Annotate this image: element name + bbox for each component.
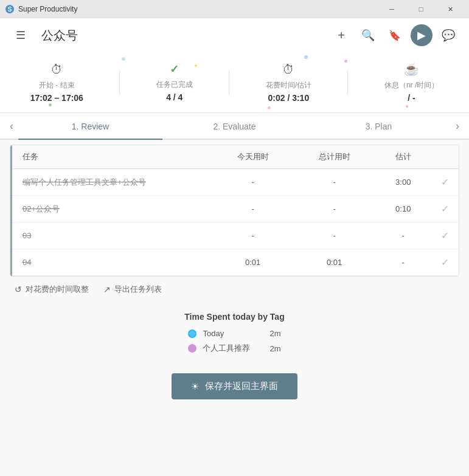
tab-evaluate[interactable]: 2. Evaluate (162, 113, 307, 139)
svg-text:S: S (8, 6, 12, 13)
col-done (431, 145, 459, 169)
stat-time-range-label: 开始 - 结束 (39, 80, 75, 91)
search-button[interactable]: 🔍 (357, 24, 379, 46)
chat-button[interactable]: 💬 (437, 24, 459, 46)
stat-break-value: / - (408, 93, 415, 103)
bookmark-button[interactable]: 🔖 (384, 24, 406, 46)
task-done-cell: ✓ (431, 196, 459, 222)
col-today: 今天用时 (212, 145, 294, 169)
task-name: 03 (23, 231, 31, 240)
play-icon: ▶ (417, 29, 426, 42)
hamburger-icon: ☰ (16, 29, 26, 42)
tab-next-button[interactable]: › (451, 115, 464, 137)
timer-icon: ⏱ (282, 63, 294, 77)
task-estimate: 3:00 (375, 169, 431, 196)
task-today-time: - (212, 196, 294, 222)
stat-divider-3 (347, 71, 348, 95)
task-name-cell: 编写个人任务管理工具文章+公众号 (10, 169, 212, 196)
col-total: 总计用时 (294, 145, 375, 169)
adjust-time-label: 对花费的时间取整 (26, 284, 89, 295)
stat-divider-2 (229, 71, 229, 95)
stat-time-spent-label: 花费时间/估计 (266, 80, 311, 91)
task-name: 04 (23, 258, 31, 267)
table-header-row: 任务 今天用时 总计用时 估计 (10, 145, 459, 169)
task-table-wrapper: 任务 今天用时 总计用时 估计 编写个人任务管理工具文章+公众号 - - 3:0… (10, 145, 459, 277)
task-total-time: - (294, 196, 375, 222)
save-button[interactable]: ☀ 保存并返回主界面 (172, 373, 297, 399)
tag-item: Today 2m (188, 329, 280, 338)
page-title: 公众号 (41, 27, 321, 44)
task-estimate: 0:10 (375, 196, 431, 222)
table-row: 编写个人任务管理工具文章+公众号 - - 3:00 ✓ (10, 169, 459, 196)
tag-name: 个人工具推荐 (203, 343, 263, 354)
task-today-time: - (212, 222, 294, 249)
check-icon: ✓ (170, 63, 179, 76)
tag-value: 2m (269, 329, 280, 338)
stat-tasks-value: 4 / 4 (166, 92, 182, 102)
header-actions: + 🔍 🔖 ▶ 💬 (330, 24, 459, 46)
task-done-cell: ✓ (431, 169, 459, 196)
search-icon: 🔍 (361, 29, 375, 42)
task-check-icon: ✓ (441, 177, 449, 187)
task-total-time: 0:01 (294, 249, 375, 276)
stat-time-range: ⏱ 开始 - 结束 17:02 – 17:06 (30, 63, 83, 103)
clock-icon: ⏱ (50, 63, 63, 77)
col-task: 任务 (10, 145, 212, 169)
task-check-icon: ✓ (441, 204, 449, 214)
action-links: ↺ 对花费的时间取整 ↗ 导出任务列表 (0, 277, 469, 302)
task-name-cell: 04 (10, 249, 212, 276)
tab-review[interactable]: 1. Review (18, 113, 162, 139)
stat-break: ☕ 休息（nr /时间） / - (384, 62, 439, 103)
task-estimate: - (375, 249, 431, 276)
tab-plan[interactable]: 3. Plan (307, 113, 451, 139)
stat-break-label: 休息（nr /时间） (384, 80, 439, 91)
task-check-icon: ✓ (441, 257, 449, 267)
save-button-container: ☀ 保存并返回主界面 (0, 364, 469, 409)
minimize-button[interactable]: ─ (378, 0, 406, 18)
tabs-bar: ‹ 1. Review 2. Evaluate 3. Plan › (0, 113, 469, 140)
stat-time-spent: ⏱ 花费时间/估计 0:02 / 3:10 (266, 63, 311, 103)
app-header: ☰ 公众号 + 🔍 🔖 ▶ 💬 (0, 18, 469, 52)
adjust-time-link[interactable]: ↺ 对花费的时间取整 (15, 284, 89, 295)
save-label: 保存并返回主界面 (205, 381, 278, 392)
stat-tasks-label: 任务已完成 (156, 80, 193, 90)
add-button[interactable]: + (330, 24, 352, 46)
task-today-time: - (212, 169, 294, 196)
maximize-button[interactable]: □ (407, 0, 435, 18)
tag-item: 个人工具推荐 2m (188, 343, 280, 354)
coffee-icon: ☕ (404, 62, 419, 77)
tab-prev-button[interactable]: ‹ (5, 115, 18, 137)
export-label: 导出任务列表 (114, 284, 162, 295)
task-name: 编写个人任务管理工具文章+公众号 (23, 178, 146, 187)
adjust-time-icon: ↺ (15, 285, 22, 294)
task-done-cell: ✓ (431, 222, 459, 249)
tag-section: Time Spent today by Tag Today 2m 个人工具推荐 … (0, 302, 469, 364)
export-link[interactable]: ↗ 导出任务列表 (103, 284, 162, 295)
task-total-time: - (294, 222, 375, 249)
task-total-time: - (294, 169, 375, 196)
task-name: 02+公众号 (23, 204, 60, 213)
export-icon: ↗ (103, 285, 111, 294)
window-controls: ─ □ ✕ (378, 0, 464, 18)
menu-button[interactable]: ☰ (10, 24, 32, 46)
table-row: 04 0:01 0:01 - ✓ (10, 249, 459, 276)
task-name-cell: 02+公众号 (10, 196, 212, 222)
stat-time-spent-value: 0:02 / 3:10 (268, 93, 309, 103)
stats-bar: ⏱ 开始 - 结束 17:02 – 17:06 ✓ 任务已完成 4 / 4 ⏱ … (0, 52, 469, 113)
close-button[interactable]: ✕ (436, 0, 464, 18)
title-bar: S Super Productivity ─ □ ✕ (0, 0, 469, 18)
app-icon: S (5, 4, 15, 14)
stat-divider-1 (119, 71, 120, 95)
tag-dot (188, 344, 196, 353)
stat-tasks-done: ✓ 任务已完成 4 / 4 (156, 63, 193, 102)
task-today-time: 0:01 (212, 249, 294, 276)
bookmark-icon: 🔖 (389, 30, 401, 41)
save-icon: ☀ (191, 381, 199, 392)
chat-icon: 💬 (442, 29, 455, 42)
play-button[interactable]: ▶ (411, 24, 433, 46)
task-check-icon: ✓ (441, 230, 449, 241)
tag-list: Today 2m 个人工具推荐 2m (188, 329, 280, 354)
stat-time-range-value: 17:02 – 17:06 (30, 93, 83, 103)
add-icon: + (338, 29, 345, 43)
task-name-cell: 03 (10, 222, 212, 249)
